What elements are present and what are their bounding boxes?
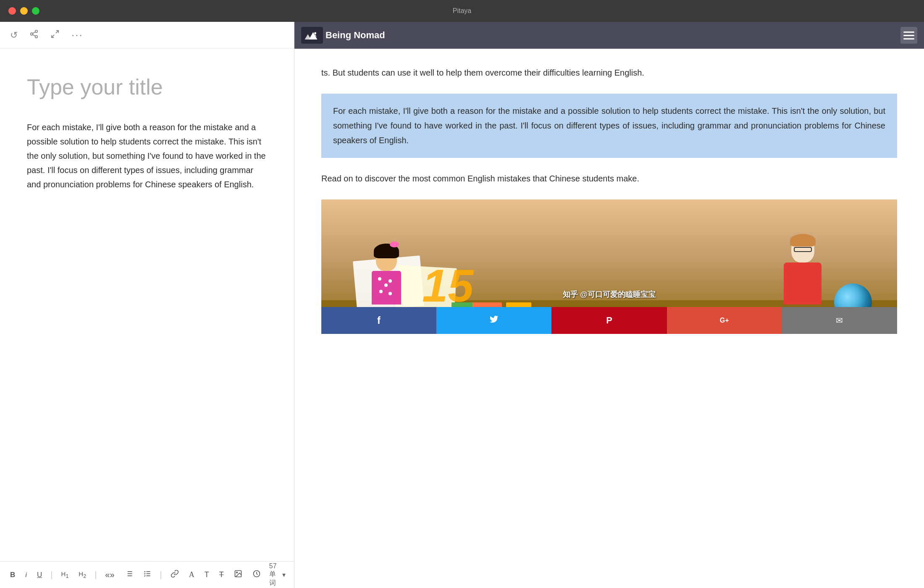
list1-button[interactable] [123,569,135,581]
pinterest-share-button[interactable]: P [551,307,667,334]
main-container: ↺ ··· Type your title For each mistake, … [0,22,924,588]
browser-pane: Being Nomad ☑ +/A ≡ ts. But students can… [294,22,924,588]
highlighted-text: For each mistake, I'll give both a reaso… [333,106,885,145]
share-icon[interactable] [29,29,39,41]
number-watermark: 15 [422,262,473,309]
svg-point-0 [35,30,38,32]
editor-pane: ↺ ··· Type your title For each mistake, … [0,22,294,588]
twitter-share-button[interactable] [436,307,551,334]
format-bar: B i U | H1 H2 | «» | [0,561,294,588]
browser-nav: Being Nomad [294,22,924,49]
text-button[interactable]: T [203,570,211,580]
word-count-dropdown[interactable]: ▾ [282,571,286,579]
site-name: Being Nomad [326,30,385,41]
bold-button[interactable]: B [8,570,17,580]
browser-content[interactable]: ts. But students can use it well to help… [294,49,924,588]
minimize-button[interactable] [20,7,28,15]
svg-point-1 [31,33,33,35]
social-share-bar: f P G+ [321,307,897,334]
maximize-button[interactable] [32,7,39,15]
zhihu-watermark: 知乎 @可口可爱的瞌睡宝宝 [563,290,656,299]
word-count: 57 单词 [269,562,281,588]
svg-point-21 [314,32,316,34]
pinterest-icon: P [606,315,612,326]
document-body[interactable]: For each mistake, I'll give both a reaso… [27,120,267,192]
expand-icon[interactable] [50,29,60,41]
editor-content[interactable]: Type your title For each mistake, I'll g… [0,49,294,561]
google-plus-share-button[interactable]: G+ [667,307,782,334]
intro-text: ts. But students can use it well to help… [321,66,897,80]
svg-point-2 [35,35,38,38]
refresh-icon[interactable]: ↺ [10,30,18,41]
svg-line-3 [33,34,35,36]
separator-1: | [50,570,52,580]
child-bow [390,242,399,247]
more-options-icon[interactable]: ··· [71,29,83,42]
teacher-glasses [794,247,812,252]
timer-button[interactable] [251,569,262,581]
svg-line-6 [52,34,54,37]
close-button[interactable] [8,7,16,15]
traffic-lights [8,7,39,15]
hamburger-line-2 [903,35,914,36]
heading2-button[interactable]: H2 [77,570,88,580]
svg-line-5 [56,30,58,33]
twitter-icon [489,315,499,326]
document-title[interactable]: Type your title [27,74,267,100]
svg-line-4 [33,32,35,33]
read-on-text: Read on to discover the most common Engl… [321,171,897,186]
site-logo: Being Nomad [301,27,895,44]
separator-3: | [160,570,162,580]
underline-button[interactable]: U [35,570,44,580]
facebook-icon: f [377,315,381,326]
title-bar: Pitaya [0,0,924,22]
editor-toolbar: ↺ ··· [0,22,294,49]
image-button[interactable] [232,569,244,581]
heading1-button[interactable]: H1 [60,570,71,580]
hamburger-line-1 [903,32,914,33]
google-plus-icon: G+ [720,317,729,324]
email-share-button[interactable]: ✉ [782,307,897,334]
separator-2: | [94,570,97,580]
highlighted-paragraph: For each mistake, I'll give both a reaso… [321,94,897,158]
quote-button[interactable]: «» [103,569,116,580]
link-button[interactable] [169,569,181,581]
strikethrough-button[interactable]: T [218,570,226,580]
logo-icon [301,27,323,44]
teacher-head [791,235,814,262]
email-icon: ✉ [836,315,843,326]
hamburger-menu[interactable] [900,27,917,44]
align-button[interactable]: A [187,570,196,580]
word-count-area: 57 单词 ▾ [269,562,286,588]
list2-button[interactable] [142,569,153,581]
article-image: 15 知乎 @可口可爱的瞌睡宝宝 f [321,200,897,334]
child-body [372,271,401,304]
teacher-hair [790,234,816,247]
italic-button[interactable]: i [24,570,29,580]
facebook-share-button[interactable]: f [321,307,436,334]
child-head [376,246,397,271]
svg-point-17 [236,572,238,573]
app-title: Pitaya [453,7,471,15]
hamburger-line-3 [903,38,914,39]
